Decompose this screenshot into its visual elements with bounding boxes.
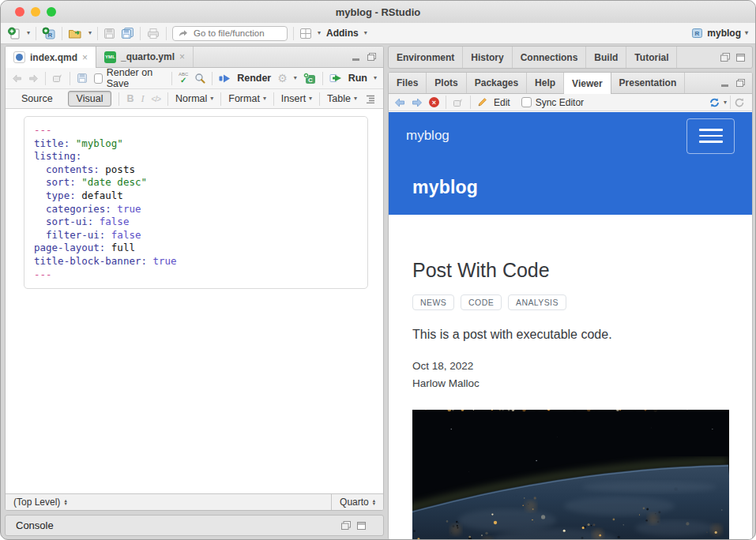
insert-chunk-icon[interactable]: C — [303, 73, 316, 84]
run-caret-icon[interactable]: ▾ — [374, 75, 377, 81]
tab-viewer[interactable]: Viewer — [564, 73, 611, 94]
format-menu-dropdown[interactable]: Format ▾ — [228, 93, 266, 104]
chevron-down-icon: ▾ — [210, 96, 213, 102]
category-badge[interactable]: CODE — [461, 294, 502, 310]
site-brand-link[interactable]: myblog — [406, 128, 449, 144]
new-file-icon[interactable] — [8, 27, 21, 40]
outline-icon[interactable] — [364, 95, 375, 103]
forward-icon[interactable] — [28, 74, 39, 83]
tab-tutorial[interactable]: Tutorial — [626, 47, 677, 68]
visual-mode-button[interactable]: Visual — [68, 91, 112, 107]
viewer-toolbar: × Edit Sync Editor ▾ — [389, 94, 752, 111]
render-on-save-label: Render on Save — [107, 67, 165, 89]
pane-layout-caret-icon[interactable]: ▾ — [318, 30, 321, 36]
viewer-forward-icon[interactable] — [412, 98, 423, 107]
hamburger-menu-button[interactable] — [686, 118, 735, 154]
print-icon[interactable] — [146, 28, 160, 39]
tab-packages[interactable]: Packages — [467, 73, 527, 93]
render-button[interactable]: Render — [237, 73, 271, 84]
checkbox-icon[interactable] — [521, 97, 532, 107]
stop-icon[interactable]: × — [429, 97, 439, 107]
open-file-icon[interactable] — [68, 27, 83, 39]
tab-history[interactable]: History — [463, 47, 512, 68]
table-menu-dropdown[interactable]: Table ▾ — [327, 93, 357, 104]
save-doc-icon[interactable] — [77, 73, 88, 84]
project-menu[interactable]: R myblog ▾ — [691, 28, 748, 39]
new-file-caret-icon[interactable]: ▾ — [27, 30, 30, 36]
tab-help[interactable]: Help — [527, 73, 564, 93]
viewer-pane: Files Plots Packages Help Viewer Present… — [388, 72, 753, 540]
bold-button[interactable]: B — [126, 93, 134, 104]
quarto-doc-icon — [13, 51, 25, 63]
sync-caret-icon[interactable]: ▾ — [724, 99, 727, 106]
earth-at-night-photo[interactable] — [412, 410, 729, 539]
inline-code-button[interactable]: </> — [152, 95, 160, 103]
sync-publish-icon[interactable] — [709, 97, 720, 108]
post-listing-item: Post With Code NEWS CODE ANALYSIS This i… — [389, 215, 752, 539]
viewer-back-icon[interactable] — [394, 98, 405, 107]
toolbar-separator — [167, 92, 168, 106]
popout-icon[interactable] — [52, 73, 63, 83]
italic-button[interactable]: I — [141, 93, 144, 105]
tab-connections[interactable]: Connections — [513, 47, 587, 68]
minimize-pane-icon[interactable] — [352, 53, 362, 62]
back-icon[interactable] — [12, 74, 22, 83]
paragraph-style-dropdown[interactable]: Normal ▾ — [175, 93, 213, 104]
pane-layout-icon[interactable] — [299, 28, 312, 39]
editor-tabstrip: index.qmd × YML _quarto.yml × — [6, 47, 383, 68]
gear-icon[interactable]: ⚙ — [277, 72, 288, 84]
insert-menu-dropdown[interactable]: Insert ▾ — [281, 93, 312, 104]
render-options-caret-icon[interactable]: ▾ — [294, 75, 297, 81]
category-badge[interactable]: ANALYSIS — [508, 294, 566, 310]
close-tab-icon[interactable]: × — [179, 51, 185, 62]
window-title: myblog - RStudio — [1, 1, 755, 23]
tab-presentation[interactable]: Presentation — [611, 73, 686, 93]
maximize-pane-icon[interactable] — [735, 53, 746, 62]
toolbar-separator — [446, 96, 446, 109]
goto-file-input[interactable] — [192, 28, 282, 39]
save-icon[interactable] — [103, 28, 115, 39]
maximize-pane-icon[interactable] — [356, 521, 367, 531]
save-all-icon[interactable] — [121, 27, 134, 39]
addins-caret-icon[interactable]: ▾ — [364, 30, 367, 36]
edit-button[interactable]: Edit — [494, 97, 510, 108]
open-file-caret-icon[interactable]: ▾ — [88, 30, 92, 36]
spellcheck-icon[interactable]: ABC ✓ — [179, 72, 188, 84]
edit-pencil-icon[interactable] — [477, 97, 487, 107]
tab-environment[interactable]: Environment — [389, 47, 463, 68]
toolbar-separator — [140, 27, 141, 40]
tab-files[interactable]: Files — [389, 73, 427, 93]
tab-label: _quarto.yml — [121, 51, 175, 62]
workspace: index.qmd × YML _quarto.yml × — [1, 45, 755, 539]
run-button[interactable]: Run — [348, 73, 367, 84]
close-tab-icon[interactable]: × — [82, 52, 88, 63]
chevron-down-icon: ▾ — [263, 96, 266, 102]
tab-quarto-yml[interactable]: YML _quarto.yml × — [96, 47, 194, 67]
tab-plots[interactable]: Plots — [427, 73, 466, 93]
category-badge[interactable]: NEWS — [412, 294, 454, 310]
checkbox-icon[interactable] — [94, 73, 103, 84]
sync-editor-checkbox[interactable]: Sync Editor — [521, 97, 584, 108]
restore-pane-icon[interactable] — [720, 52, 731, 62]
new-project-icon[interactable]: R — [42, 27, 56, 40]
scope-selector[interactable]: (Top Level) ▴▾ — [6, 497, 331, 508]
tab-index-qmd[interactable]: index.qmd × — [6, 47, 96, 68]
editor-canvas[interactable]: ---title: "myblog"listing: contents: pos… — [6, 111, 383, 493]
minimize-pane-icon[interactable] — [720, 79, 731, 88]
tab-build[interactable]: Build — [586, 47, 626, 68]
restore-pane-icon[interactable] — [367, 52, 377, 62]
restore-pane-icon[interactable] — [340, 520, 352, 531]
refresh-icon[interactable] — [734, 97, 745, 108]
post-title-link[interactable]: Post With Code — [412, 259, 728, 282]
addins-button[interactable]: Addins — [326, 28, 359, 39]
yml-doc-icon: YML — [104, 51, 116, 63]
toolbar-separator — [319, 92, 320, 106]
filetype-selector[interactable]: Quarto ▴▾ — [331, 494, 383, 510]
yaml-frontmatter-block[interactable]: ---title: "myblog"listing: contents: pos… — [24, 116, 368, 289]
goto-file-search[interactable] — [172, 26, 288, 41]
render-on-save-checkbox[interactable]: Render on Save — [94, 67, 166, 89]
restore-pane-icon[interactable] — [735, 78, 746, 88]
popout-icon[interactable] — [453, 98, 464, 107]
source-mode-button[interactable]: Source — [13, 92, 61, 106]
find-icon[interactable] — [194, 73, 205, 84]
